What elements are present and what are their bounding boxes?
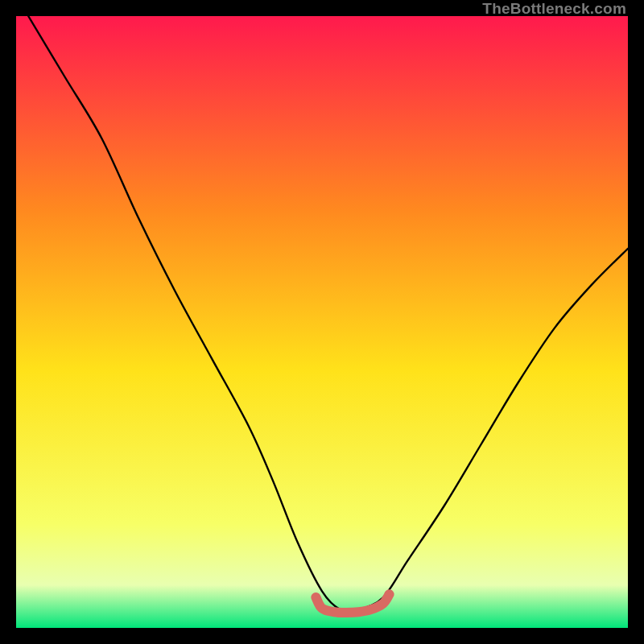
bottleneck-curve: [28, 16, 628, 612]
plot-area: [16, 16, 628, 628]
chart-frame: TheBottleneck.com: [0, 0, 644, 644]
curve-layer: [16, 16, 628, 628]
watermark-label: TheBottleneck.com: [482, 0, 626, 18]
